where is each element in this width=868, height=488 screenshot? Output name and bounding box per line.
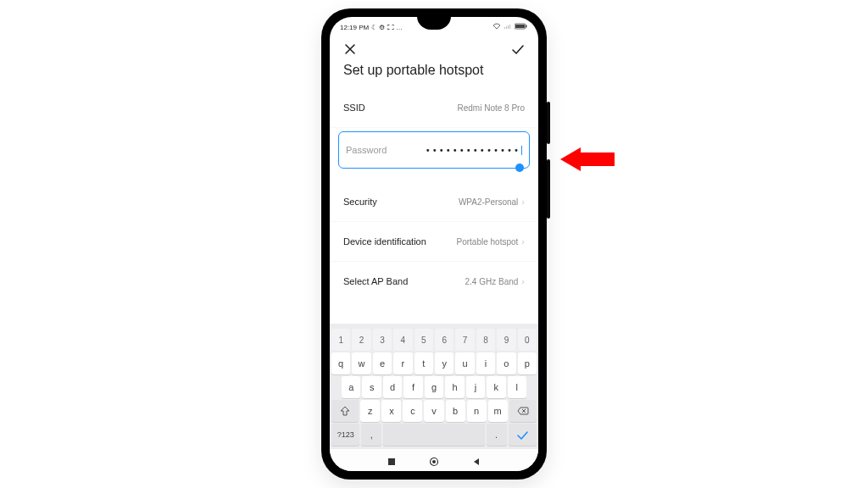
key-o[interactable]: o bbox=[497, 352, 515, 374]
annotation-arrow bbox=[560, 147, 615, 171]
text-cursor-handle[interactable] bbox=[515, 164, 524, 172]
password-label: Password bbox=[346, 145, 387, 155]
phone-frame: 12:19 PM ☾ ⚙ ⛶ … bbox=[321, 8, 547, 480]
key-5[interactable]: 5 bbox=[415, 329, 433, 351]
svg-rect-3 bbox=[388, 458, 395, 465]
device-id-value: Portable hotspot bbox=[457, 237, 519, 247]
key-9[interactable]: 9 bbox=[497, 329, 515, 351]
status-icons-left: ☾ ⚙ ⛶ … bbox=[371, 24, 403, 31]
ssid-label: SSID bbox=[343, 103, 365, 113]
chevron-right-icon: › bbox=[521, 236, 525, 247]
backspace-key[interactable] bbox=[509, 400, 537, 422]
key-i[interactable]: i bbox=[476, 352, 495, 374]
wifi-icon bbox=[492, 23, 501, 31]
key-t[interactable]: t bbox=[415, 352, 433, 374]
key-4[interactable]: 4 bbox=[393, 329, 412, 351]
key-j[interactable]: j bbox=[466, 376, 485, 398]
key-x[interactable]: x bbox=[381, 400, 401, 422]
battery-icon bbox=[515, 23, 528, 31]
security-label: Security bbox=[343, 197, 377, 207]
password-value: •••••••••••••• bbox=[426, 146, 522, 155]
svg-point-5 bbox=[432, 460, 436, 463]
shift-key[interactable] bbox=[331, 400, 359, 422]
svg-rect-1 bbox=[526, 25, 527, 28]
nav-home-icon[interactable] bbox=[429, 455, 439, 465]
security-row[interactable]: Security WPA2-Personal› bbox=[330, 182, 538, 222]
key-p[interactable]: p bbox=[518, 352, 537, 374]
screen: 12:19 PM ☾ ⚙ ⛶ … bbox=[330, 17, 538, 471]
key-1[interactable]: 1 bbox=[331, 329, 350, 351]
ssid-row[interactable]: SSID Redmi Note 8 Pro bbox=[330, 88, 538, 128]
symbols-key[interactable]: ?123 bbox=[331, 424, 359, 446]
key-0[interactable]: 0 bbox=[518, 329, 537, 351]
key-2[interactable]: 2 bbox=[352, 329, 370, 351]
ap-band-value: 2.4 GHz Band bbox=[465, 277, 519, 286]
key-r[interactable]: r bbox=[393, 352, 412, 374]
side-button-2 bbox=[547, 159, 550, 219]
key-h[interactable]: h bbox=[445, 376, 464, 398]
key-k[interactable]: k bbox=[487, 376, 505, 398]
ssid-value: Redmi Note 8 Pro bbox=[458, 103, 525, 113]
key-3[interactable]: 3 bbox=[373, 329, 392, 351]
key-8[interactable]: 8 bbox=[476, 329, 495, 351]
period-key[interactable]: . bbox=[487, 424, 507, 446]
chevron-right-icon: › bbox=[521, 197, 525, 207]
ap-band-row[interactable]: Select AP Band 2.4 GHz Band› bbox=[330, 262, 538, 301]
password-row[interactable]: Password •••••••••••••• bbox=[338, 131, 530, 169]
key-f[interactable]: f bbox=[403, 376, 422, 398]
nav-recent-icon[interactable] bbox=[387, 455, 397, 465]
key-b[interactable]: b bbox=[446, 400, 465, 422]
security-value: WPA2-Personal bbox=[459, 197, 518, 207]
key-7[interactable]: 7 bbox=[455, 329, 474, 351]
key-y[interactable]: y bbox=[435, 352, 453, 374]
key-row-2: asdfghjkl bbox=[331, 376, 537, 398]
confirm-icon[interactable] bbox=[509, 41, 526, 58]
nav-bar bbox=[330, 449, 538, 471]
signal-icon bbox=[504, 23, 512, 31]
key-row-4: ?123 , . bbox=[331, 424, 537, 446]
key-z[interactable]: z bbox=[360, 400, 380, 422]
key-row-1: qwertyuiop bbox=[331, 352, 537, 374]
key-row-num: 1234567890 bbox=[331, 329, 537, 351]
key-u[interactable]: u bbox=[455, 352, 474, 374]
key-c[interactable]: c bbox=[403, 400, 422, 422]
key-q[interactable]: q bbox=[331, 352, 350, 374]
key-l[interactable]: l bbox=[508, 376, 526, 398]
device-id-label: Device identification bbox=[343, 236, 426, 247]
key-d[interactable]: d bbox=[383, 376, 402, 398]
key-v[interactable]: v bbox=[424, 400, 443, 422]
space-key[interactable] bbox=[383, 424, 484, 446]
key-e[interactable]: e bbox=[373, 352, 392, 374]
side-button-1 bbox=[547, 102, 550, 144]
chevron-right-icon: › bbox=[521, 276, 525, 286]
ap-band-label: Select AP Band bbox=[343, 276, 408, 286]
key-a[interactable]: a bbox=[342, 376, 360, 398]
status-time: 12:19 PM bbox=[340, 24, 369, 31]
key-s[interactable]: s bbox=[362, 376, 381, 398]
device-id-row[interactable]: Device identification Portable hotspot› bbox=[330, 222, 538, 262]
svg-rect-2 bbox=[515, 25, 525, 28]
key-n[interactable]: n bbox=[467, 400, 487, 422]
keyboard: 1234567890 qwertyuiop asdfghjkl zxcvbnm … bbox=[330, 324, 538, 449]
page-title: Set up portable hotspot bbox=[330, 58, 538, 88]
comma-key[interactable]: , bbox=[361, 424, 381, 446]
nav-back-icon[interactable] bbox=[471, 455, 481, 465]
close-icon[interactable] bbox=[342, 41, 359, 58]
key-6[interactable]: 6 bbox=[435, 329, 453, 351]
key-w[interactable]: w bbox=[352, 352, 370, 374]
key-g[interactable]: g bbox=[425, 376, 443, 398]
key-row-3: zxcvbnm bbox=[331, 400, 537, 422]
key-m[interactable]: m bbox=[488, 400, 508, 422]
enter-key[interactable] bbox=[509, 424, 537, 446]
title-row bbox=[330, 36, 538, 58]
spacer bbox=[330, 169, 538, 182]
